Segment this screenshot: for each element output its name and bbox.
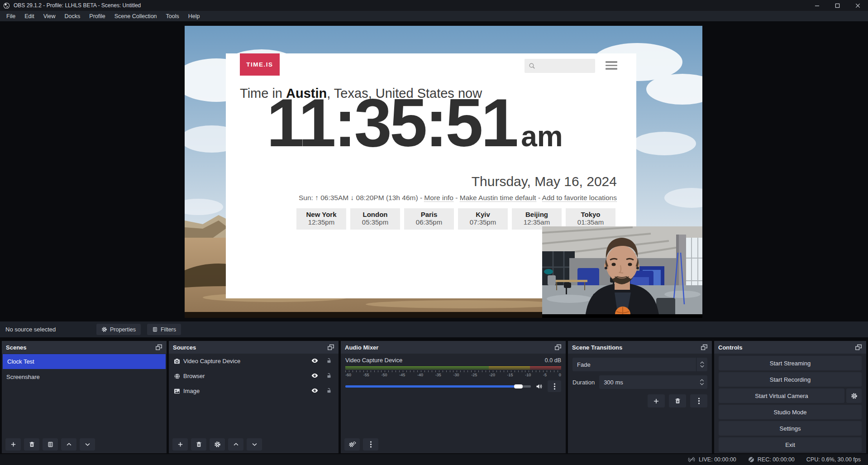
- source-down-button[interactable]: [247, 438, 262, 451]
- unlock-icon[interactable]: [326, 387, 332, 395]
- scene-item-screenshare[interactable]: Screenshare: [2, 369, 167, 384]
- menu-scene-collection[interactable]: Scene Collection: [110, 12, 162, 21]
- speaker-icon[interactable]: [535, 383, 543, 390]
- popout-icon[interactable]: [855, 344, 862, 350]
- source-up-button[interactable]: [228, 438, 243, 451]
- cpu-fps-status: CPU: 0.6%, 30.00 fps: [806, 456, 861, 463]
- menu-help[interactable]: Help: [184, 12, 205, 21]
- sources-panel: Sources Video Capture Device Browser: [169, 341, 339, 453]
- scene-filters-button[interactable]: [43, 438, 58, 451]
- popout-icon[interactable]: [554, 344, 562, 350]
- menu-tools[interactable]: Tools: [162, 12, 184, 21]
- search-icon: [528, 62, 536, 70]
- transition-select-arrows[interactable]: [696, 358, 707, 371]
- webcam-video: [542, 226, 702, 318]
- audio-mixer-header[interactable]: Audio Mixer: [341, 341, 566, 354]
- volume-meter-peak: [345, 368, 561, 369]
- properties-button[interactable]: Properties: [96, 324, 141, 335]
- popout-icon[interactable]: [155, 344, 162, 350]
- live-icon: [687, 456, 696, 463]
- controls-header[interactable]: Controls: [714, 341, 866, 354]
- eye-icon[interactable]: [311, 372, 319, 381]
- volume-slider[interactable]: [345, 385, 531, 388]
- make-default-link: Make Austin time default: [460, 194, 536, 202]
- add-favorite-link: Add to favorite locations: [542, 194, 617, 202]
- close-button[interactable]: [848, 0, 868, 11]
- add-transition-button[interactable]: [648, 394, 665, 407]
- obs-window: OBS 29.1.2 - Profile: LLHLS BETA - Scene…: [0, 0, 868, 465]
- source-properties-button[interactable]: [210, 438, 225, 451]
- selection-status: No source selected: [5, 326, 96, 333]
- eye-icon[interactable]: [311, 357, 319, 366]
- maximize-button[interactable]: [827, 0, 848, 11]
- virtual-camera-settings-button[interactable]: [846, 388, 862, 403]
- hamburger-icon: [606, 61, 617, 72]
- menu-file[interactable]: File: [2, 12, 20, 21]
- city-card: New York12:35pm: [296, 208, 346, 230]
- scene-up-button[interactable]: [61, 438, 76, 451]
- mixer-menu-button[interactable]: [363, 438, 378, 451]
- scene-item-clock-test[interactable]: Clock Test: [3, 354, 166, 369]
- start-streaming-button[interactable]: Start Streaming: [719, 356, 862, 370]
- unlock-icon[interactable]: [326, 357, 332, 365]
- globe-icon: [173, 373, 183, 380]
- menu-docks[interactable]: Docks: [60, 12, 85, 21]
- window-title: OBS 29.1.2 - Profile: LLHLS BETA - Scene…: [14, 2, 141, 9]
- gear-icon: [101, 326, 107, 332]
- volume-slider-handle[interactable]: [514, 384, 523, 388]
- statusbar: LIVE: 00:00:00 REC: 00:00:00 CPU: 0.6%, …: [0, 454, 868, 465]
- scenes-header[interactable]: Scenes: [2, 341, 167, 354]
- city-card: Kyiv07:35pm: [458, 208, 508, 230]
- city-card: Paris06:35pm: [404, 208, 454, 230]
- settings-button[interactable]: Settings: [719, 421, 862, 436]
- menu-profile[interactable]: Profile: [85, 12, 110, 21]
- exit-button[interactable]: Exit: [719, 437, 862, 452]
- scene-transitions-panel: Scene Transitions Fade Duration 300 ms: [568, 341, 712, 453]
- timeis-logo: TIME.IS: [240, 53, 280, 76]
- studio-mode-button[interactable]: Studio Mode: [719, 405, 862, 419]
- sun-info: Sun: ↑ 06:35AM ↓ 08:20PM (13h 46m) - Mor…: [299, 194, 617, 202]
- current-date: Thursday, May 16, 2024: [472, 174, 617, 189]
- volume-meter: [345, 366, 561, 368]
- source-item-image[interactable]: Image: [169, 384, 339, 398]
- remove-scene-button[interactable]: [24, 438, 39, 451]
- add-source-button[interactable]: [172, 438, 188, 451]
- duration-input[interactable]: 300 ms: [599, 375, 707, 389]
- sources-header[interactable]: Sources: [169, 341, 339, 354]
- source-item-browser[interactable]: Browser: [169, 369, 339, 384]
- controls-panel: Controls Start Streaming Start Recording…: [714, 341, 866, 453]
- add-scene-button[interactable]: [5, 438, 21, 451]
- menu-view[interactable]: View: [39, 12, 60, 21]
- menubar: File Edit View Docks Profile Scene Colle…: [0, 11, 868, 21]
- minimize-button[interactable]: [807, 0, 827, 11]
- selection-toolbar: No source selected Properties Filters: [0, 321, 868, 337]
- advanced-audio-button[interactable]: [344, 438, 360, 451]
- duration-spin-arrows[interactable]: [700, 375, 704, 389]
- popout-icon[interactable]: [327, 344, 334, 350]
- popout-icon[interactable]: [701, 344, 708, 350]
- start-virtual-camera-button[interactable]: Start Virtual Camera: [719, 388, 844, 403]
- scenes-panel: Scenes Clock Test Screenshare: [2, 341, 167, 453]
- titlebar: OBS 29.1.2 - Profile: LLHLS BETA - Scene…: [0, 0, 868, 11]
- mixer-channel-name: Video Capture Device: [345, 357, 402, 364]
- image-icon: [173, 388, 183, 395]
- scene-transitions-header[interactable]: Scene Transitions: [568, 341, 712, 354]
- filters-icon: [152, 326, 158, 332]
- transition-select[interactable]: Fade: [572, 358, 707, 371]
- mixer-channel-menu-button[interactable]: [548, 380, 561, 392]
- filters-button[interactable]: Filters: [147, 324, 181, 335]
- menu-edit[interactable]: Edit: [20, 12, 39, 21]
- meter-tickmarks: [345, 370, 561, 372]
- start-recording-button[interactable]: Start Recording: [719, 372, 862, 387]
- scene-down-button[interactable]: [80, 438, 95, 451]
- camera-icon: [173, 358, 183, 365]
- rec-icon: [748, 456, 754, 463]
- transition-menu-button[interactable]: [690, 394, 707, 407]
- source-item-video-capture[interactable]: Video Capture Device: [169, 354, 339, 369]
- eye-icon[interactable]: [311, 387, 319, 396]
- mixer-level-db: 0.0 dB: [545, 357, 561, 364]
- remove-transition-button[interactable]: [669, 394, 686, 407]
- unlock-icon[interactable]: [326, 372, 332, 380]
- video-preview[interactable]: TIME.IS Time in Austin, Texas, United St…: [185, 26, 702, 318]
- remove-source-button[interactable]: [191, 438, 206, 451]
